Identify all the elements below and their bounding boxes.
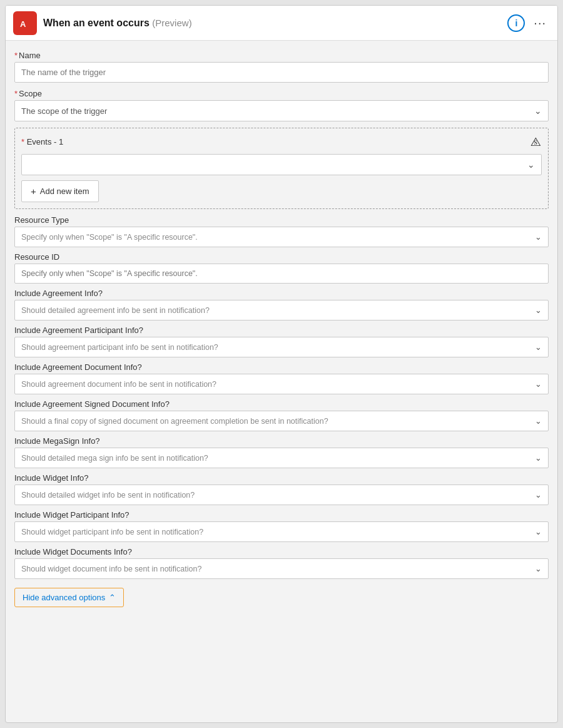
scope-select[interactable]: The scope of the trigger ⌄ <box>14 100 549 121</box>
scope-label: * Scope <box>14 89 549 98</box>
resource-type-select[interactable]: Specify only when "Scope" is "A specific… <box>14 227 549 247</box>
advanced-field-label-7: Include Widget Documents Info? <box>14 547 549 556</box>
resource-type-chevron-icon: ⌄ <box>535 232 542 242</box>
events-chevron-icon: ⌄ <box>527 160 535 170</box>
app-icon: A <box>13 11 37 35</box>
advanced-fields-container: Include Agreement Info?Should detailed a… <box>14 289 549 579</box>
resource-type-label: Resource Type <box>14 215 549 225</box>
advanced-field-chevron-icon-6: ⌄ <box>535 527 542 536</box>
advanced-field-select-2[interactable]: Should agreement document info be sent i… <box>14 374 549 394</box>
advanced-field-select-0[interactable]: Should detailed agreement info be sent i… <box>14 300 549 320</box>
advanced-field-label-5: Include Widget Info? <box>14 473 549 483</box>
events-select[interactable]: ⌄ <box>21 154 542 175</box>
advanced-field-select-5[interactable]: Should detailed widget info be sent in n… <box>14 484 549 505</box>
advanced-field-chevron-icon-7: ⌄ <box>535 564 542 573</box>
events-header: * Events - 1 ⧌ <box>21 135 542 149</box>
resource-id-input[interactable] <box>14 264 549 284</box>
advanced-field-chevron-icon-0: ⌄ <box>535 305 542 315</box>
scope-required-star: * <box>14 89 18 98</box>
grid-icon[interactable]: ⧌ <box>530 135 542 149</box>
resource-id-field-group: Resource ID <box>14 252 549 284</box>
advanced-field-label-6: Include Widget Participant Info? <box>14 510 549 520</box>
advanced-field-select-3[interactable]: Should a final copy of signed document o… <box>14 411 549 431</box>
advanced-field-chevron-icon-2: ⌄ <box>535 379 542 389</box>
resource-type-field-group: Resource Type Specify only when "Scope" … <box>14 215 549 247</box>
advanced-field-select-text-3: Should a final copy of signed document o… <box>21 417 535 426</box>
advanced-field-label-4: Include MegaSign Info? <box>14 436 549 446</box>
svg-text:A: A <box>20 19 26 29</box>
advanced-field-select-1[interactable]: Should agreement participant info be sen… <box>14 337 549 357</box>
resource-id-label: Resource ID <box>14 252 549 262</box>
trigger-card: A When an event occurs (Preview) i ··· *… <box>5 5 558 723</box>
advanced-field-group-5: Include Widget Info?Should detailed widg… <box>14 473 549 505</box>
events-label: * Events - 1 <box>21 137 63 146</box>
advanced-field-select-text-6: Should widget participant info be sent i… <box>21 528 535 536</box>
scope-chevron-icon: ⌄ <box>534 106 542 116</box>
info-button[interactable]: i <box>507 14 525 32</box>
events-section: * Events - 1 ⧌ ⌄ + Add new item <box>14 128 549 209</box>
card-body: * Name * Scope The scope of the trigger … <box>6 41 557 616</box>
advanced-field-select-text-1: Should agreement participant info be sen… <box>21 343 535 352</box>
advanced-field-select-text-5: Should detailed widget info be sent in n… <box>21 491 535 500</box>
advanced-field-chevron-icon-4: ⌄ <box>535 453 542 463</box>
advanced-field-label-3: Include Agreement Signed Document Info? <box>14 399 549 409</box>
advanced-field-chevron-icon-3: ⌄ <box>535 416 542 426</box>
scope-select-text: The scope of the trigger <box>21 106 534 116</box>
advanced-field-group-0: Include Agreement Info?Should detailed a… <box>14 289 549 320</box>
events-required-star: * <box>21 137 24 146</box>
name-field-group: * Name <box>14 51 549 83</box>
advanced-field-select-6[interactable]: Should widget participant info be sent i… <box>14 521 549 542</box>
preview-label: (Preview) <box>152 18 191 28</box>
more-options-button[interactable]: ··· <box>530 14 550 31</box>
advanced-field-select-text-2: Should agreement document info be sent i… <box>21 380 535 389</box>
advanced-field-group-4: Include MegaSign Info?Should detailed me… <box>14 436 549 468</box>
resource-type-select-text: Specify only when "Scope" is "A specific… <box>21 233 535 242</box>
header-title: When an event occurs (Preview) <box>43 18 501 29</box>
advanced-field-group-3: Include Agreement Signed Document Info?S… <box>14 399 549 431</box>
chevron-up-icon: ⌃ <box>109 593 116 602</box>
header-actions: i ··· <box>507 14 550 32</box>
advanced-field-select-text-7: Should widget document info be sent in n… <box>21 565 535 573</box>
add-new-item-button[interactable]: + Add new item <box>21 180 99 202</box>
advanced-field-select-7[interactable]: Should widget document info be sent in n… <box>14 558 549 579</box>
advanced-field-label-2: Include Agreement Document Info? <box>14 362 549 372</box>
name-label: * Name <box>14 51 549 60</box>
plus-icon: + <box>31 186 36 197</box>
advanced-field-chevron-icon-1: ⌄ <box>535 342 542 352</box>
name-required-star: * <box>14 51 18 60</box>
advanced-field-group-1: Include Agreement Participant Info?Shoul… <box>14 326 549 357</box>
advanced-field-group-6: Include Widget Participant Info?Should w… <box>14 510 549 542</box>
advanced-field-label-1: Include Agreement Participant Info? <box>14 326 549 335</box>
advanced-field-group-2: Include Agreement Document Info?Should a… <box>14 362 549 394</box>
advanced-field-chevron-icon-5: ⌄ <box>535 490 542 500</box>
advanced-field-select-text-0: Should detailed agreement info be sent i… <box>21 306 535 315</box>
advanced-field-label-0: Include Agreement Info? <box>14 289 549 298</box>
card-header: A When an event occurs (Preview) i ··· <box>6 6 557 41</box>
scope-field-group: * Scope The scope of the trigger ⌄ <box>14 89 549 121</box>
advanced-field-select-text-4: Should detailed mega sign info be sent i… <box>21 454 535 463</box>
advanced-field-group-7: Include Widget Documents Info?Should wid… <box>14 547 549 579</box>
name-input[interactable] <box>14 62 549 83</box>
hide-advanced-options-button[interactable]: Hide advanced options ⌃ <box>14 588 124 607</box>
advanced-field-select-4[interactable]: Should detailed mega sign info be sent i… <box>14 448 549 468</box>
